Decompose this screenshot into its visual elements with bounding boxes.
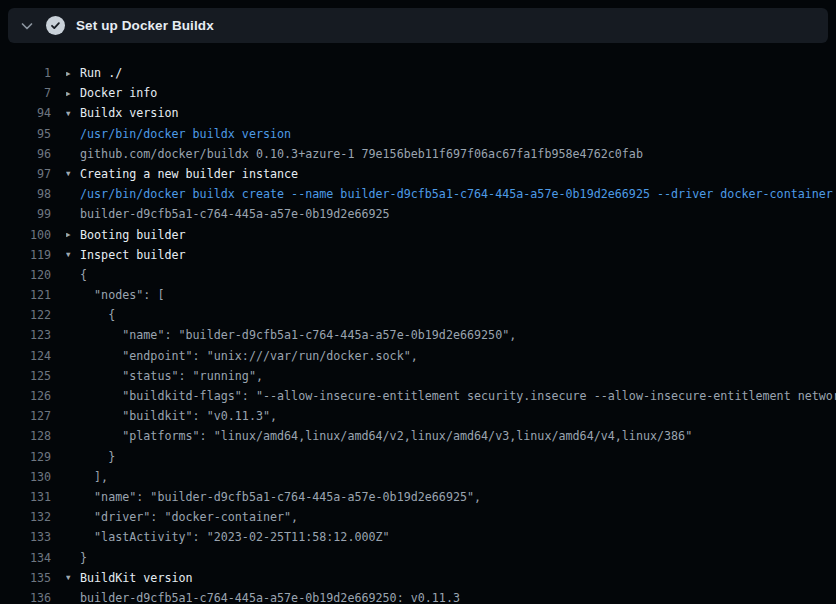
log-text: Creating a new builder instance xyxy=(80,167,298,181)
line-number[interactable]: 122 xyxy=(0,305,51,325)
log-row: 122 { xyxy=(0,305,836,325)
line-number[interactable]: 132 xyxy=(0,507,51,527)
line-number[interactable]: 124 xyxy=(0,346,51,366)
step-header[interactable]: Set up Docker Buildx xyxy=(8,8,828,43)
log-text: builder-d9cfb5a1-c764-445a-a57e-0b19d2e6… xyxy=(80,207,390,221)
log-row: 128 "platforms": "linux/amd64,linux/amd6… xyxy=(0,426,836,446)
log-text: "driver": "docker-container", xyxy=(80,510,298,524)
line-number[interactable]: 131 xyxy=(0,487,51,507)
line-number[interactable]: 100 xyxy=(0,225,51,245)
log-text: "nodes": [ xyxy=(80,288,164,302)
log-text: } xyxy=(80,450,115,464)
log-row: 120 { xyxy=(0,265,836,285)
line-number[interactable]: 94 xyxy=(0,103,51,123)
log-text: { xyxy=(80,268,87,282)
triangle-right-icon[interactable]: ▶ xyxy=(66,84,80,104)
chevron-down-icon[interactable] xyxy=(19,18,35,34)
log-text: { xyxy=(80,308,115,322)
log-text: /usr/bin/docker buildx version xyxy=(80,127,291,141)
line-number[interactable]: 97 xyxy=(0,164,51,184)
line-number[interactable]: 125 xyxy=(0,366,51,386)
log-lines: 1 ▶Run ./ 7 ▶Docker info 94 ▼Buildx vers… xyxy=(0,51,836,604)
log-text: Buildx version xyxy=(80,106,179,120)
log-row: 133 "lastActivity": "2023-02-25T11:58:12… xyxy=(0,527,836,547)
log-text: /usr/bin/docker buildx create --name bui… xyxy=(80,187,833,201)
line-number[interactable]: 128 xyxy=(0,426,51,446)
log-row: 136 builder-d9cfb5a1-c764-445a-a57e-0b19… xyxy=(0,588,836,604)
step-title: Set up Docker Buildx xyxy=(76,18,214,33)
triangle-down-icon[interactable]: ▼ xyxy=(66,164,80,184)
triangle-down-icon[interactable]: ▼ xyxy=(66,568,80,588)
log-row: 95 /usr/bin/docker buildx version xyxy=(0,124,836,144)
log-row: 96 github.com/docker/buildx 0.10.3+azure… xyxy=(0,144,836,164)
line-number[interactable]: 123 xyxy=(0,325,51,345)
triangle-down-icon[interactable]: ▼ xyxy=(66,104,80,124)
line-number[interactable]: 99 xyxy=(0,204,51,224)
line-number[interactable]: 126 xyxy=(0,386,51,406)
line-number[interactable]: 95 xyxy=(0,124,51,144)
log-row: 131 "name": "builder-d9cfb5a1-c764-445a-… xyxy=(0,487,836,507)
line-number[interactable]: 96 xyxy=(0,144,51,164)
log-text: builder-d9cfb5a1-c764-445a-a57e-0b19d2e6… xyxy=(80,591,460,604)
workflow-step-log-panel: Set up Docker Buildx 1 ▶Run ./ 7 ▶Docker… xyxy=(0,8,836,604)
log-row: 129 } xyxy=(0,447,836,467)
line-number[interactable]: 127 xyxy=(0,406,51,426)
log-text: BuildKit version xyxy=(80,571,193,585)
line-number[interactable]: 119 xyxy=(0,245,51,265)
log-text: "platforms": "linux/amd64,linux/amd64/v2… xyxy=(80,429,692,443)
log-group-row[interactable]: 7 ▶Docker info xyxy=(0,83,836,103)
log-text: "endpoint": "unix:///var/run/docker.sock… xyxy=(80,349,418,363)
triangle-down-icon[interactable]: ▼ xyxy=(66,245,80,265)
line-number[interactable]: 135 xyxy=(0,568,51,588)
check-circle-icon xyxy=(46,16,65,35)
log-text: Inspect builder xyxy=(80,248,186,262)
log-row: 132 "driver": "docker-container", xyxy=(0,507,836,527)
log-group-row[interactable]: 1 ▶Run ./ xyxy=(0,63,836,83)
log-text: github.com/docker/buildx 0.10.3+azure-1 … xyxy=(80,147,643,161)
log-row: 127 "buildkit": "v0.11.3", xyxy=(0,406,836,426)
line-number[interactable]: 121 xyxy=(0,285,51,305)
log-group-row[interactable]: 135 ▼BuildKit version xyxy=(0,568,836,588)
line-number[interactable]: 133 xyxy=(0,527,51,547)
log-row: 125 "status": "running", xyxy=(0,366,836,386)
log-text: "name": "builder-d9cfb5a1-c764-445a-a57e… xyxy=(80,328,516,342)
log-row: 126 "buildkitd-flags": "--allow-insecure… xyxy=(0,386,836,406)
log-group-row[interactable]: 94 ▼Buildx version xyxy=(0,103,836,123)
log-row: 99 builder-d9cfb5a1-c764-445a-a57e-0b19d… xyxy=(0,204,836,224)
log-row: 98 /usr/bin/docker buildx create --name … xyxy=(0,184,836,204)
line-number[interactable]: 130 xyxy=(0,467,51,487)
triangle-right-icon[interactable]: ▶ xyxy=(66,225,80,245)
line-number[interactable]: 1 xyxy=(0,63,51,83)
log-text: "lastActivity": "2023-02-25T11:58:12.000… xyxy=(80,530,390,544)
log-group-row[interactable]: 119 ▼Inspect builder xyxy=(0,245,836,265)
log-row: 123 "name": "builder-d9cfb5a1-c764-445a-… xyxy=(0,325,836,345)
log-text: ], xyxy=(80,470,108,484)
line-number[interactable]: 98 xyxy=(0,184,51,204)
log-row: 130 ], xyxy=(0,467,836,487)
log-text: } xyxy=(80,551,87,565)
line-number[interactable]: 136 xyxy=(0,588,51,604)
log-row: 121 "nodes": [ xyxy=(0,285,836,305)
line-number[interactable]: 120 xyxy=(0,265,51,285)
log-text: "name": "builder-d9cfb5a1-c764-445a-a57e… xyxy=(80,490,481,504)
log-text: "status": "running", xyxy=(80,369,263,383)
line-number[interactable]: 134 xyxy=(0,548,51,568)
line-number[interactable]: 7 xyxy=(0,83,51,103)
log-text: Run ./ xyxy=(80,66,122,80)
triangle-right-icon[interactable]: ▶ xyxy=(66,64,80,84)
log-group-row[interactable]: 100 ▶Booting builder xyxy=(0,225,836,245)
log-row: 124 "endpoint": "unix:///var/run/docker.… xyxy=(0,346,836,366)
line-number[interactable]: 129 xyxy=(0,447,51,467)
log-group-row[interactable]: 97 ▼Creating a new builder instance xyxy=(0,164,836,184)
log-row: 134 } xyxy=(0,548,836,568)
log-text: Booting builder xyxy=(80,228,186,242)
log-text: "buildkit": "v0.11.3", xyxy=(80,409,277,423)
log-text: "buildkitd-flags": "--allow-insecure-ent… xyxy=(80,389,836,403)
log-text: Docker info xyxy=(80,86,157,100)
